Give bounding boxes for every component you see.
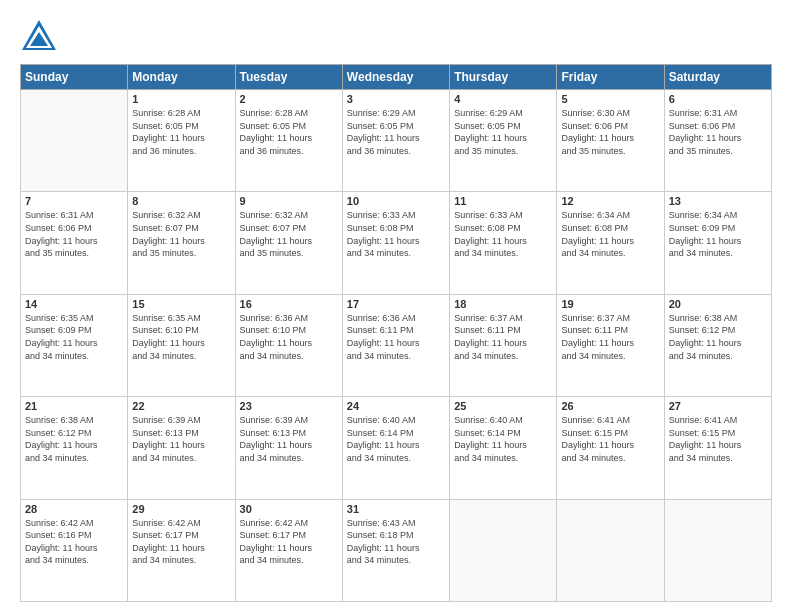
calendar-table: SundayMondayTuesdayWednesdayThursdayFrid… [20,64,772,602]
calendar-cell: 5Sunrise: 6:30 AMSunset: 6:06 PMDaylight… [557,90,664,192]
calendar-cell [21,90,128,192]
day-info: Sunrise: 6:40 AMSunset: 6:14 PMDaylight:… [347,414,445,464]
day-info: Sunrise: 6:32 AMSunset: 6:07 PMDaylight:… [240,209,338,259]
calendar-weekday-tuesday: Tuesday [235,65,342,90]
calendar-cell: 6Sunrise: 6:31 AMSunset: 6:06 PMDaylight… [664,90,771,192]
day-info: Sunrise: 6:28 AMSunset: 6:05 PMDaylight:… [132,107,230,157]
day-number: 27 [669,400,767,412]
day-number: 25 [454,400,552,412]
day-info: Sunrise: 6:41 AMSunset: 6:15 PMDaylight:… [669,414,767,464]
calendar-cell [664,499,771,601]
calendar-cell: 8Sunrise: 6:32 AMSunset: 6:07 PMDaylight… [128,192,235,294]
calendar-cell: 17Sunrise: 6:36 AMSunset: 6:11 PMDayligh… [342,294,449,396]
day-info: Sunrise: 6:33 AMSunset: 6:08 PMDaylight:… [347,209,445,259]
day-info: Sunrise: 6:42 AMSunset: 6:17 PMDaylight:… [240,517,338,567]
day-number: 31 [347,503,445,515]
calendar-cell: 28Sunrise: 6:42 AMSunset: 6:16 PMDayligh… [21,499,128,601]
day-number: 2 [240,93,338,105]
logo-icon [20,18,58,56]
calendar-cell: 19Sunrise: 6:37 AMSunset: 6:11 PMDayligh… [557,294,664,396]
day-number: 10 [347,195,445,207]
day-number: 9 [240,195,338,207]
calendar-weekday-sunday: Sunday [21,65,128,90]
day-number: 11 [454,195,552,207]
calendar-cell: 12Sunrise: 6:34 AMSunset: 6:08 PMDayligh… [557,192,664,294]
calendar-cell: 11Sunrise: 6:33 AMSunset: 6:08 PMDayligh… [450,192,557,294]
calendar-cell: 4Sunrise: 6:29 AMSunset: 6:05 PMDaylight… [450,90,557,192]
calendar-cell: 2Sunrise: 6:28 AMSunset: 6:05 PMDaylight… [235,90,342,192]
calendar-weekday-saturday: Saturday [664,65,771,90]
calendar-cell [557,499,664,601]
calendar-cell: 22Sunrise: 6:39 AMSunset: 6:13 PMDayligh… [128,397,235,499]
calendar-cell: 9Sunrise: 6:32 AMSunset: 6:07 PMDaylight… [235,192,342,294]
calendar-cell: 15Sunrise: 6:35 AMSunset: 6:10 PMDayligh… [128,294,235,396]
day-number: 18 [454,298,552,310]
day-info: Sunrise: 6:42 AMSunset: 6:17 PMDaylight:… [132,517,230,567]
day-info: Sunrise: 6:34 AMSunset: 6:09 PMDaylight:… [669,209,767,259]
calendar-cell: 29Sunrise: 6:42 AMSunset: 6:17 PMDayligh… [128,499,235,601]
calendar-cell: 31Sunrise: 6:43 AMSunset: 6:18 PMDayligh… [342,499,449,601]
day-number: 4 [454,93,552,105]
calendar-cell: 23Sunrise: 6:39 AMSunset: 6:13 PMDayligh… [235,397,342,499]
day-info: Sunrise: 6:35 AMSunset: 6:10 PMDaylight:… [132,312,230,362]
calendar-week-row: 7Sunrise: 6:31 AMSunset: 6:06 PMDaylight… [21,192,772,294]
calendar-weekday-monday: Monday [128,65,235,90]
calendar-week-row: 1Sunrise: 6:28 AMSunset: 6:05 PMDaylight… [21,90,772,192]
calendar-cell [450,499,557,601]
day-info: Sunrise: 6:40 AMSunset: 6:14 PMDaylight:… [454,414,552,464]
day-info: Sunrise: 6:43 AMSunset: 6:18 PMDaylight:… [347,517,445,567]
calendar-cell: 16Sunrise: 6:36 AMSunset: 6:10 PMDayligh… [235,294,342,396]
day-info: Sunrise: 6:38 AMSunset: 6:12 PMDaylight:… [669,312,767,362]
day-number: 6 [669,93,767,105]
day-number: 14 [25,298,123,310]
calendar-weekday-wednesday: Wednesday [342,65,449,90]
page: SundayMondayTuesdayWednesdayThursdayFrid… [0,0,792,612]
day-number: 22 [132,400,230,412]
day-info: Sunrise: 6:37 AMSunset: 6:11 PMDaylight:… [561,312,659,362]
day-info: Sunrise: 6:36 AMSunset: 6:11 PMDaylight:… [347,312,445,362]
calendar-header-row: SundayMondayTuesdayWednesdayThursdayFrid… [21,65,772,90]
calendar-cell: 26Sunrise: 6:41 AMSunset: 6:15 PMDayligh… [557,397,664,499]
day-number: 29 [132,503,230,515]
day-number: 30 [240,503,338,515]
day-number: 7 [25,195,123,207]
day-number: 17 [347,298,445,310]
day-info: Sunrise: 6:33 AMSunset: 6:08 PMDaylight:… [454,209,552,259]
day-number: 19 [561,298,659,310]
day-number: 15 [132,298,230,310]
day-info: Sunrise: 6:32 AMSunset: 6:07 PMDaylight:… [132,209,230,259]
day-number: 1 [132,93,230,105]
calendar-weekday-friday: Friday [557,65,664,90]
day-number: 12 [561,195,659,207]
day-number: 24 [347,400,445,412]
calendar-cell: 25Sunrise: 6:40 AMSunset: 6:14 PMDayligh… [450,397,557,499]
day-number: 13 [669,195,767,207]
day-number: 23 [240,400,338,412]
day-number: 5 [561,93,659,105]
day-info: Sunrise: 6:39 AMSunset: 6:13 PMDaylight:… [240,414,338,464]
logo [20,18,62,56]
day-info: Sunrise: 6:30 AMSunset: 6:06 PMDaylight:… [561,107,659,157]
day-number: 3 [347,93,445,105]
calendar-cell: 27Sunrise: 6:41 AMSunset: 6:15 PMDayligh… [664,397,771,499]
calendar-cell: 1Sunrise: 6:28 AMSunset: 6:05 PMDaylight… [128,90,235,192]
day-info: Sunrise: 6:29 AMSunset: 6:05 PMDaylight:… [347,107,445,157]
calendar-week-row: 14Sunrise: 6:35 AMSunset: 6:09 PMDayligh… [21,294,772,396]
day-info: Sunrise: 6:37 AMSunset: 6:11 PMDaylight:… [454,312,552,362]
calendar-cell: 20Sunrise: 6:38 AMSunset: 6:12 PMDayligh… [664,294,771,396]
calendar-cell: 13Sunrise: 6:34 AMSunset: 6:09 PMDayligh… [664,192,771,294]
calendar-weekday-thursday: Thursday [450,65,557,90]
calendar-cell: 7Sunrise: 6:31 AMSunset: 6:06 PMDaylight… [21,192,128,294]
day-number: 26 [561,400,659,412]
day-number: 28 [25,503,123,515]
day-number: 16 [240,298,338,310]
day-info: Sunrise: 6:29 AMSunset: 6:05 PMDaylight:… [454,107,552,157]
day-info: Sunrise: 6:42 AMSunset: 6:16 PMDaylight:… [25,517,123,567]
calendar-cell: 24Sunrise: 6:40 AMSunset: 6:14 PMDayligh… [342,397,449,499]
day-info: Sunrise: 6:31 AMSunset: 6:06 PMDaylight:… [25,209,123,259]
calendar-cell: 3Sunrise: 6:29 AMSunset: 6:05 PMDaylight… [342,90,449,192]
calendar-cell: 10Sunrise: 6:33 AMSunset: 6:08 PMDayligh… [342,192,449,294]
day-info: Sunrise: 6:35 AMSunset: 6:09 PMDaylight:… [25,312,123,362]
day-info: Sunrise: 6:36 AMSunset: 6:10 PMDaylight:… [240,312,338,362]
day-number: 8 [132,195,230,207]
